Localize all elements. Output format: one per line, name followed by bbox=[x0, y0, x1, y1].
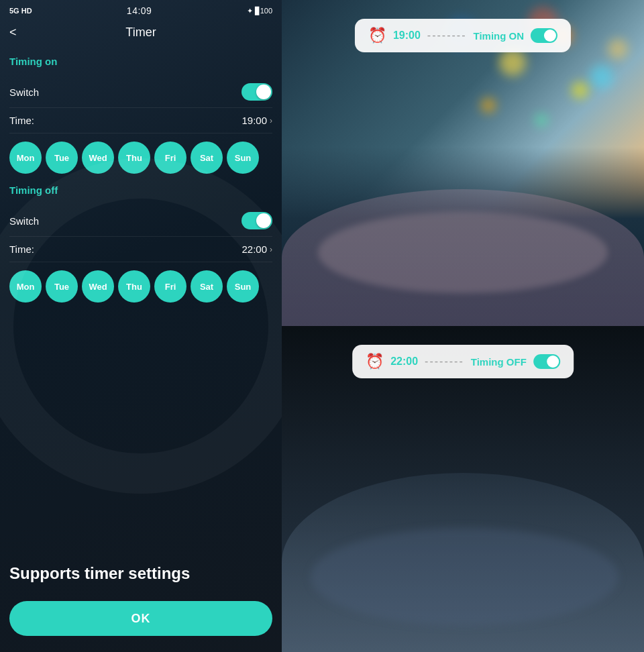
timing-off-day-thu[interactable]: Thu bbox=[118, 270, 150, 303]
timing-off-toggle[interactable] bbox=[241, 212, 272, 229]
page-title: Timer bbox=[125, 25, 156, 40]
timing-off-day-sun[interactable]: Sun bbox=[227, 270, 259, 303]
left-panel: 5G HD 14:09 ✦ ▊100 < Timer Timing on Swi… bbox=[0, 0, 282, 652]
timing-off-time-value: 22:00 › bbox=[241, 243, 272, 255]
top-nav: < Timer bbox=[0, 19, 282, 46]
timing-off-day-tue[interactable]: Tue bbox=[46, 270, 78, 303]
timing-on-toggle-knob bbox=[256, 85, 271, 99]
timer-on-label: Timing ON bbox=[473, 30, 524, 42]
supports-text: Supports timer settings bbox=[0, 549, 282, 590]
right-panel: ⏰ 19:00 -------- Timing ON ⏰ 22:00 -----… bbox=[282, 0, 644, 652]
bottom-photo-section: ⏰ 22:00 -------- Timing OFF bbox=[282, 326, 644, 652]
timing-off-time-row[interactable]: Time: 22:00 › bbox=[9, 237, 272, 262]
timer-off-dots: -------- bbox=[425, 356, 464, 368]
status-signal: 5G HD bbox=[9, 7, 32, 15]
timing-on-time-value: 19:00 › bbox=[241, 115, 272, 126]
timing-on-days-row: Mon Tue Wed Thu Fri Sat Sun bbox=[9, 133, 272, 182]
timer-off-card: ⏰ 22:00 -------- Timing OFF bbox=[352, 345, 574, 378]
timing-on-switch-label: Switch bbox=[9, 87, 39, 98]
timing-off-label: Timing off bbox=[9, 184, 272, 196]
timing-on-switch-row: Switch bbox=[9, 76, 272, 108]
ok-btn-container: OK bbox=[0, 590, 282, 652]
timer-off-card-toggle[interactable] bbox=[533, 354, 560, 369]
timer-on-card-toggle-knob bbox=[544, 30, 556, 42]
timer-off-time: 22:00 bbox=[390, 356, 418, 368]
timing-on-day-tue[interactable]: Tue bbox=[46, 142, 78, 174]
alarm-on-icon: ⏰ bbox=[368, 27, 386, 44]
timing-on-time-row[interactable]: Time: 19:00 › bbox=[9, 108, 272, 133]
bluetooth-icon: ✦ bbox=[247, 7, 253, 15]
timing-on-day-sat[interactable]: Sat bbox=[191, 142, 223, 174]
timer-on-dots: -------- bbox=[427, 30, 467, 42]
back-button[interactable]: < bbox=[9, 25, 17, 40]
timing-on-time-label: Time: bbox=[9, 115, 34, 126]
timing-off-toggle-knob bbox=[256, 213, 271, 228]
battery-icon: ▊100 bbox=[255, 7, 272, 15]
timer-off-card-toggle-knob bbox=[547, 356, 559, 368]
content-area: Timing on Switch Time: 19:00 › Mon Tue W… bbox=[0, 46, 282, 549]
timing-on-toggle[interactable] bbox=[241, 83, 272, 101]
timer-on-card-toggle[interactable] bbox=[531, 28, 557, 43]
alarm-off-icon: ⏰ bbox=[366, 353, 384, 370]
timer-on-time: 19:00 bbox=[393, 30, 421, 42]
timing-off-switch-row: Switch bbox=[9, 205, 272, 237]
timing-on-label: Timing on bbox=[9, 56, 272, 67]
ok-button[interactable]: OK bbox=[9, 601, 272, 636]
timing-off-time-label: Time: bbox=[9, 243, 34, 255]
timing-on-day-mon[interactable]: Mon bbox=[9, 142, 42, 174]
timing-off-day-wed[interactable]: Wed bbox=[82, 270, 114, 303]
timing-off-day-sat[interactable]: Sat bbox=[191, 270, 223, 303]
top-photo-section: ⏰ 19:00 -------- Timing ON bbox=[282, 0, 644, 326]
timing-on-day-thu[interactable]: Thu bbox=[118, 142, 150, 174]
timer-on-card: ⏰ 19:00 -------- Timing ON bbox=[355, 19, 571, 52]
timer-off-label: Timing OFF bbox=[471, 356, 527, 368]
status-icons: ✦ ▊100 bbox=[247, 7, 272, 15]
timing-off-day-fri[interactable]: Fri bbox=[154, 270, 186, 303]
timing-on-day-wed[interactable]: Wed bbox=[82, 142, 114, 174]
timing-on-day-sun[interactable]: Sun bbox=[227, 142, 259, 174]
timing-off-day-mon[interactable]: Mon bbox=[9, 270, 42, 303]
timing-off-switch-label: Switch bbox=[9, 215, 39, 227]
chevron-right-icon: › bbox=[270, 116, 272, 125]
status-bar: 5G HD 14:09 ✦ ▊100 bbox=[0, 0, 282, 19]
timing-on-day-fri[interactable]: Fri bbox=[154, 142, 186, 174]
chevron-right-icon-2: › bbox=[270, 245, 272, 254]
timing-off-days-row: Mon Tue Wed Thu Fri Sat Sun bbox=[9, 262, 272, 311]
status-time: 14:09 bbox=[127, 5, 152, 16]
